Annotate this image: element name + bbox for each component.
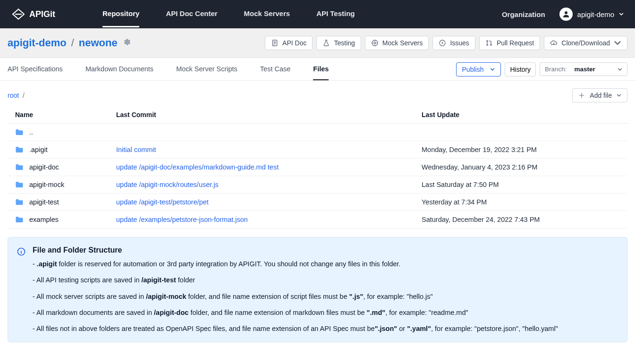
svg-point-7 [487, 44, 488, 46]
logo-icon [11, 8, 25, 20]
info-line-5: - All files not in above folders are tre… [33, 324, 558, 333]
breadcrumb-repo[interactable]: newone [79, 37, 118, 49]
col-header-name: Name [8, 106, 116, 124]
server-config-icon [371, 39, 379, 47]
file-name-cell[interactable]: .apigit [15, 146, 116, 153]
chevron-down-icon [614, 39, 621, 47]
last-update [422, 124, 627, 141]
user-menu[interactable]: apigit-demo [559, 8, 624, 21]
mock-servers-label: Mock Servers [382, 39, 423, 47]
gear-icon [122, 38, 131, 46]
commit-link[interactable]: Initial commit [116, 146, 156, 153]
last-update: Last Saturday at 7:50 PM [422, 176, 627, 194]
add-file-button[interactable]: Add file [572, 88, 627, 102]
nav-repository[interactable]: Repository [102, 1, 139, 27]
commit-link[interactable]: update /examples/petstore-json-format.js… [116, 216, 248, 223]
file-name-cell[interactable]: examples [15, 216, 116, 223]
tab-api-specifications[interactable]: API Specifications [8, 59, 63, 80]
repo-tabs-bar: API Specifications Markdown Documents Mo… [0, 58, 635, 81]
table-row[interactable]: apigit-testupdate /apigit-test/petstore/… [8, 194, 627, 211]
file-path-breadcrumb: root / [8, 92, 25, 99]
file-name-cell[interactable]: apigit-doc [15, 163, 116, 171]
info-title: File and Folder Structure [33, 246, 558, 254]
file-name: .. [29, 128, 33, 136]
add-file-label: Add file [590, 92, 612, 99]
brand[interactable]: APIGit [11, 8, 55, 20]
chevron-down-icon [618, 67, 622, 72]
svg-point-0 [565, 11, 567, 14]
nav-api-doc-center[interactable]: API Doc Center [166, 1, 217, 27]
chevron-down-icon [619, 12, 624, 17]
tab-test-case[interactable]: Test Case [260, 59, 290, 80]
repo-action-buttons: API Doc Testing Mock Servers Issues Pull… [265, 36, 627, 50]
branch-selector[interactable]: Branch: master [540, 62, 627, 76]
issues-button[interactable]: Issues [432, 36, 475, 50]
table-row[interactable]: .. [8, 124, 627, 141]
info-panel: File and Folder Structure - .apigit fold… [8, 237, 627, 342]
info-line-1: - .apigit folder is reserved for automat… [33, 259, 558, 269]
file-name-cell[interactable]: apigit-mock [15, 181, 116, 188]
last-update: Saturday, December 24, 2022 7:43 PM [422, 211, 627, 229]
table-row[interactable]: apigit-mockupdate /apigit-mock/routes/us… [8, 176, 627, 194]
last-update: Monday, December 19, 2022 3:21 PM [422, 141, 627, 159]
chevron-down-icon [617, 93, 621, 98]
clone-download-button[interactable]: Clone/Download [544, 36, 627, 50]
info-line-3: - All mock server scripts are saved in /… [33, 292, 558, 301]
table-row[interactable]: examplesupdate /examples/petstore-json-f… [8, 211, 627, 229]
history-button[interactable]: History [505, 62, 536, 76]
col-header-update: Last Update [422, 106, 627, 124]
plus-icon [578, 92, 585, 99]
last-update: Wednesday, January 4, 2023 2:16 PM [422, 159, 627, 176]
api-doc-button[interactable]: API Doc [265, 36, 313, 50]
branch-value: master [575, 66, 613, 73]
path-root[interactable]: root [8, 92, 19, 99]
folder-icon [15, 216, 24, 223]
svg-point-2 [374, 42, 376, 44]
mock-servers-button[interactable]: Mock Servers [365, 36, 429, 50]
info-icon [17, 247, 26, 333]
pull-request-icon [485, 39, 493, 47]
file-name: examples [29, 216, 59, 223]
file-name: apigit-mock [29, 181, 64, 188]
file-name: apigit-doc [29, 163, 59, 171]
repo-tabs: API Specifications Markdown Documents Mo… [8, 59, 329, 80]
flask-icon [322, 39, 330, 47]
nav-organization[interactable]: Organization [502, 2, 545, 27]
commit-link[interactable]: update /apigit-test/petstore/pet [116, 198, 209, 206]
top-navbar: APIGit Repository API Doc Center Mock Se… [0, 0, 635, 28]
repo-subheader: apigit-demo / newone API Doc Testing Moc… [0, 28, 635, 58]
table-row[interactable]: .apigitInitial commitMonday, December 19… [8, 141, 627, 159]
file-name-cell[interactable]: apigit-test [15, 198, 116, 206]
info-line-2: - All API testing scripts are saved in /… [33, 275, 558, 285]
file-name-cell[interactable]: .. [15, 128, 116, 136]
repo-breadcrumb: apigit-demo / newone [8, 37, 131, 49]
info-content: File and Folder Structure - .apigit fold… [33, 246, 558, 333]
avatar-icon [559, 8, 573, 21]
breadcrumb-owner[interactable]: apigit-demo [8, 37, 67, 49]
svg-point-8 [491, 44, 492, 46]
folder-icon [15, 146, 24, 153]
tab-mock-server-scripts[interactable]: Mock Server Scripts [176, 59, 237, 80]
folder-icon [15, 128, 24, 136]
pull-request-label: Pull Request [497, 39, 534, 47]
repo-settings-button[interactable] [122, 37, 131, 49]
nav-api-testing[interactable]: API Testing [316, 1, 355, 27]
last-update: Yesterday at 7:34 PM [422, 194, 627, 211]
publish-button[interactable]: Publish [456, 62, 501, 76]
tab-files[interactable]: Files [313, 59, 329, 80]
pull-request-button[interactable]: Pull Request [479, 36, 540, 50]
nav-mock-servers[interactable]: Mock Servers [244, 1, 290, 27]
testing-label: Testing [334, 39, 355, 47]
tab-markdown-documents[interactable]: Markdown Documents [85, 59, 153, 80]
files-table: Name Last Commit Last Update ...apigitIn… [8, 106, 627, 229]
commit-link[interactable]: update /apigit-doc/examples/markdown-gui… [116, 163, 279, 171]
path-sep: / [23, 92, 25, 99]
table-row[interactable]: apigit-docupdate /apigit-doc/examples/ma… [8, 159, 627, 176]
breadcrumb-sep: / [71, 37, 74, 49]
branch-label: Branch: [545, 66, 567, 73]
commit-link[interactable]: update /apigit-mock/routes/user.js [116, 181, 219, 188]
issue-icon [439, 39, 446, 47]
file-name: apigit-test [29, 198, 59, 206]
testing-button[interactable]: Testing [316, 36, 361, 50]
svg-point-6 [487, 41, 488, 42]
